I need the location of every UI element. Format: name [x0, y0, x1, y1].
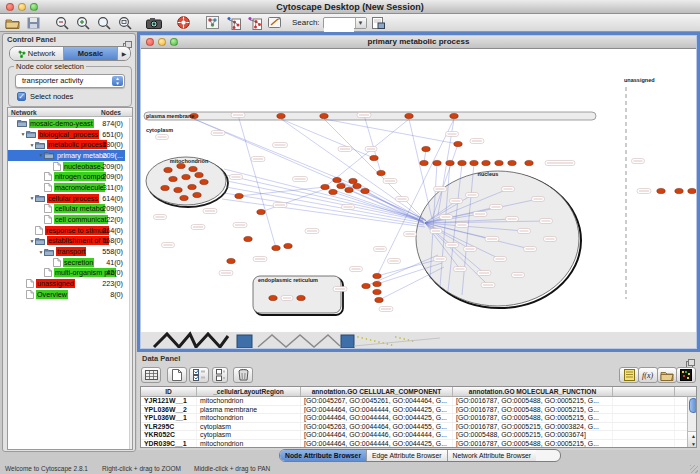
- zoom-window-button[interactable]: [30, 3, 38, 11]
- network-node[interactable]: [450, 113, 458, 118]
- node-color-dropdown[interactable]: transporter activity ▲▼: [15, 74, 125, 88]
- network-node[interactable]: [454, 141, 462, 146]
- network-node[interactable]: [420, 160, 428, 165]
- snapshot-camera-icon[interactable]: [145, 15, 163, 31]
- tab-edge-attribute-browser[interactable]: Edge Attribute Browser: [367, 450, 448, 461]
- column-header-1[interactable]: _cellularLayoutRegion: [197, 387, 301, 396]
- unselect-attributes-icon[interactable]: [212, 367, 228, 383]
- table-row[interactable]: YPL036W__2plasma membrane[GO:0044464, GO…: [141, 406, 696, 415]
- tab-mosaic[interactable]: Mosaic: [64, 47, 118, 60]
- table-scrollbar-arrows[interactable]: ▲▼: [688, 431, 697, 448]
- network-node[interactable]: [297, 295, 305, 300]
- delete-attribute-icon[interactable]: [233, 367, 253, 383]
- network-node[interactable]: [329, 189, 337, 194]
- attribute-save-icon[interactable]: [370, 15, 388, 31]
- network-node[interactable]: [235, 193, 243, 198]
- network-edge[interactable]: [325, 119, 409, 187]
- network-node[interactable]: [688, 188, 696, 193]
- help-lifering-icon[interactable]: [174, 15, 192, 31]
- network-node[interactable]: [470, 160, 478, 165]
- network-node[interactable]: [174, 187, 182, 192]
- tree-row-metabolic-process[interactable]: ▼metabolic process280(0): [8, 139, 125, 150]
- tree-row-cellular-process[interactable]: ▼cellular process614(0): [8, 193, 125, 204]
- zoom-fit-icon[interactable]: [116, 15, 134, 31]
- function-builder-icon[interactable]: f(x): [638, 367, 658, 383]
- network-node[interactable]: [333, 177, 341, 182]
- apply-layout-1-icon[interactable]: [224, 15, 242, 31]
- network-edge[interactable]: [379, 267, 444, 300]
- network-node[interactable]: [373, 281, 381, 286]
- network-node[interactable]: [495, 160, 503, 165]
- network-node[interactable]: [169, 176, 177, 181]
- network-edge[interactable]: [226, 187, 424, 223]
- network-node[interactable]: [362, 283, 370, 288]
- column-header-empty[interactable]: [613, 387, 675, 396]
- table-row[interactable]: YPL036W__1mitochondrion[GO:0044464, GO:0…: [141, 414, 696, 423]
- tree-row-cell-communicat[interactable]: cell communicat22(0): [8, 214, 125, 225]
- tree-row-overview[interactable]: Overview8(0): [8, 289, 125, 300]
- tree-row-nitrogen-compo[interactable]: nitrogen compo209(0): [8, 171, 125, 182]
- column-header-3[interactable]: annotation.GO MOLECULAR_FUNCTION: [453, 387, 613, 396]
- network-node[interactable]: [345, 187, 353, 192]
- tree-row-establishment-of-lo[interactable]: ▼establishment of lo558(0): [8, 236, 125, 247]
- network-node[interactable]: [405, 113, 413, 118]
- network-node[interactable]: [161, 185, 169, 190]
- network-node[interactable]: [272, 245, 280, 250]
- network-node[interactable]: [657, 188, 665, 193]
- tree-row-unassigned[interactable]: unassigned223(0): [8, 278, 125, 289]
- tab-network[interactable]: Network: [10, 47, 64, 60]
- network-node[interactable]: [182, 174, 190, 179]
- network-node[interactable]: [321, 184, 329, 189]
- tree-row-macromolecule[interactable]: macromolecule311(0): [8, 182, 125, 193]
- tab-network-attribute-browser[interactable]: Network Attribute Browser: [448, 450, 537, 461]
- network-node[interactable]: [193, 192, 201, 197]
- save-icon[interactable]: [24, 15, 42, 31]
- network-node[interactable]: [244, 236, 252, 241]
- tree-row-response-to-stimulu[interactable]: response to stimulu264(0): [8, 225, 125, 236]
- network-edge[interactable]: [324, 119, 458, 144]
- network-node[interactable]: [180, 195, 188, 200]
- network-edge[interactable]: [224, 169, 423, 219]
- network-node[interactable]: [433, 160, 441, 165]
- table-row[interactable]: YJR121W__1mitochondrion[GO:0045267, GO:0…: [141, 397, 696, 406]
- network-edge[interactable]: [238, 115, 276, 248]
- network-node[interactable]: [373, 289, 381, 294]
- network-node[interactable]: [284, 243, 292, 248]
- network-node[interactable]: [675, 188, 683, 193]
- network-edge[interactable]: [337, 180, 426, 220]
- network-node[interactable]: [277, 113, 285, 118]
- view-minimize-button[interactable]: [158, 38, 166, 46]
- network-node[interactable]: [525, 160, 533, 165]
- network-tree-header[interactable]: Network Nodes: [8, 108, 132, 117]
- network-view-titlebar[interactable]: primary metabolic process: [140, 35, 697, 49]
- tree-row-mosaic-demo-yeast[interactable]: mosaic-demo-yeast874(0): [8, 118, 125, 129]
- column-header-2[interactable]: annotation.GO CELLULAR_COMPONENT: [301, 387, 453, 396]
- select-nodes-checkbox[interactable]: ✓: [17, 92, 26, 101]
- tab-node-attribute-browser[interactable]: Node Attribute Browser: [280, 450, 367, 461]
- network-node[interactable]: [377, 170, 385, 175]
- import-attributes-icon[interactable]: [657, 367, 677, 383]
- zoom-in-icon[interactable]: [74, 15, 92, 31]
- network-node[interactable]: [200, 179, 208, 184]
- attribute-matrix-icon[interactable]: [676, 367, 696, 383]
- apply-layout-2-icon[interactable]: [245, 15, 263, 31]
- table-row[interactable]: YLR295Ccytoplasm[GO:0045263, GO:0044464,…: [141, 423, 696, 432]
- tab-overflow-button[interactable]: ▶: [118, 47, 130, 60]
- view-close-button[interactable]: [146, 38, 154, 46]
- network-node[interactable]: [195, 172, 203, 177]
- network-node[interactable]: [482, 160, 490, 165]
- minimize-window-button[interactable]: [18, 3, 26, 11]
- new-attribute-icon[interactable]: [167, 367, 187, 383]
- table-scrollbar-thumb[interactable]: [689, 398, 697, 413]
- tree-row-transport[interactable]: ▼transport558(0): [8, 246, 125, 257]
- network-node[interactable]: [257, 209, 265, 214]
- view-zoom-button[interactable]: [170, 38, 178, 46]
- tree-row-cellular-metabo[interactable]: cellular metabo209(0): [8, 204, 125, 215]
- network-node[interactable]: [164, 167, 172, 172]
- zoom-out-icon[interactable]: [53, 15, 71, 31]
- network-node[interactable]: [320, 113, 328, 118]
- network-node[interactable]: [177, 163, 185, 168]
- network-node[interactable]: [349, 178, 357, 183]
- attribute-list-icon[interactable]: [619, 367, 639, 383]
- column-header-0[interactable]: ID: [141, 387, 197, 396]
